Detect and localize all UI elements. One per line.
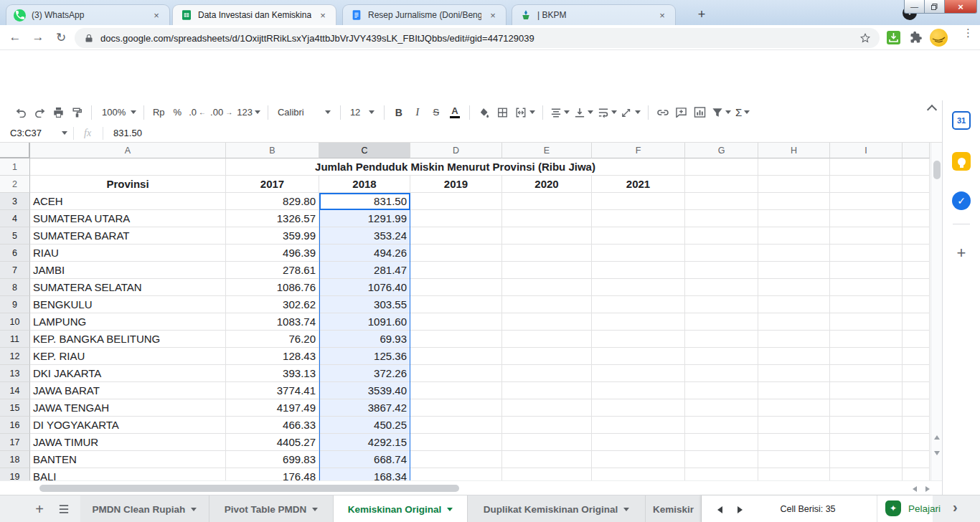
- cell-A17[interactable]: JAWA TIMUR: [30, 434, 226, 451]
- cell-A7[interactable]: JAMBI: [30, 262, 226, 279]
- cell-D8[interactable]: [410, 279, 502, 296]
- horizontal-scrollbar[interactable]: [0, 480, 942, 495]
- add-addon-button[interactable]: +: [952, 244, 971, 262]
- text-color-button[interactable]: A: [446, 103, 464, 122]
- cell-A12[interactable]: KEP. RIAU: [30, 348, 226, 365]
- cell-partial8[interactable]: [903, 279, 930, 296]
- cell-H9[interactable]: [758, 296, 830, 313]
- sheet-tab-pmdn-clean-rupiah[interactable]: PMDN Clean Rupiah: [80, 495, 209, 522]
- row-header-10[interactable]: 10: [0, 313, 30, 331]
- insert-comment-button[interactable]: [672, 103, 691, 122]
- strikethrough-button[interactable]: S: [427, 103, 446, 122]
- cell-C3[interactable]: 831.50: [319, 193, 410, 210]
- cell-F11[interactable]: [592, 331, 685, 348]
- cell-G2[interactable]: [685, 176, 758, 193]
- cell-E15[interactable]: [502, 399, 592, 417]
- cell-E12[interactable]: [502, 348, 592, 365]
- font-select[interactable]: Calibri: [273, 103, 335, 122]
- cell-partial16[interactable]: [903, 417, 930, 434]
- cell-C2[interactable]: 2018: [319, 176, 410, 193]
- sheet-tab-menu-icon[interactable]: [312, 508, 318, 511]
- cell-I19[interactable]: [830, 468, 903, 480]
- redo-button[interactable]: [30, 103, 49, 122]
- cell-B13[interactable]: 393.13: [226, 365, 319, 382]
- cell-G10[interactable]: [685, 313, 758, 331]
- cell-B12[interactable]: 128.43: [226, 348, 319, 365]
- cell-E6[interactable]: [502, 245, 592, 262]
- cell-B17[interactable]: 4405.27: [226, 434, 319, 451]
- cell-H14[interactable]: [758, 382, 830, 399]
- cell-H3[interactable]: [758, 193, 830, 210]
- cell-I3[interactable]: [830, 193, 903, 210]
- cell-D5[interactable]: [410, 227, 502, 245]
- cell-E3[interactable]: [502, 193, 592, 210]
- cell-partial6[interactable]: [903, 245, 930, 262]
- format-percent-button[interactable]: %: [168, 103, 187, 122]
- cell-A4[interactable]: SUMATERA UTARA: [30, 210, 226, 227]
- row-header-12[interactable]: 12: [0, 348, 30, 365]
- row-header-13[interactable]: 13: [0, 365, 30, 382]
- cell-B3[interactable]: 829.80: [226, 193, 319, 210]
- add-sheet-button[interactable]: +: [32, 501, 47, 517]
- cell-E16[interactable]: [502, 417, 592, 434]
- cell-G18[interactable]: [685, 451, 758, 468]
- cell-G13[interactable]: [685, 365, 758, 382]
- cell-partial12[interactable]: [903, 348, 930, 365]
- col-header-partial[interactable]: [903, 143, 930, 158]
- cell-partial17[interactable]: [903, 434, 930, 451]
- font-size-select[interactable]: 12: [346, 103, 379, 122]
- sheet-tab-kemiskir[interactable]: Kemiskir: [646, 495, 702, 522]
- cell-C16[interactable]: 450.25: [319, 417, 410, 434]
- cell-A16[interactable]: DI YOGYAKARTA: [30, 417, 226, 434]
- cell-D18[interactable]: [410, 451, 502, 468]
- cell-H11[interactable]: [758, 331, 830, 348]
- cell-B4[interactable]: 1326.57: [226, 210, 319, 227]
- cell-G12[interactable]: [685, 348, 758, 365]
- cell-H8[interactable]: [758, 279, 830, 296]
- cell-D19[interactable]: [410, 468, 502, 480]
- cell-A3[interactable]: ACEH: [30, 193, 226, 210]
- cell-F3[interactable]: [592, 193, 685, 210]
- row-header-8[interactable]: 8: [0, 279, 30, 296]
- more-formats-button[interactable]: 123: [235, 103, 263, 122]
- selection-stats[interactable]: Cell Berisi: 35: [753, 504, 862, 514]
- cell-C10[interactable]: 1091.60: [319, 313, 410, 331]
- col-header-H[interactable]: H: [758, 143, 830, 158]
- address-bar[interactable]: docs.google.com/spreadsheets/d/1OxijttRR…: [75, 28, 880, 48]
- cell-partial1[interactable]: [903, 158, 930, 176]
- cell-B9[interactable]: 302.62: [226, 296, 319, 313]
- cell-I9[interactable]: [830, 296, 903, 313]
- cell-H5[interactable]: [758, 227, 830, 245]
- cell-G1[interactable]: [685, 158, 758, 176]
- cell-G17[interactable]: [685, 434, 758, 451]
- cell-D15[interactable]: [410, 399, 502, 417]
- all-sheets-button[interactable]: [56, 501, 72, 517]
- increase-decimal-button[interactable]: .00→: [208, 103, 235, 122]
- select-all-corner[interactable]: [0, 143, 30, 158]
- cell-H4[interactable]: [758, 210, 830, 227]
- vertical-align-button[interactable]: [572, 103, 595, 122]
- italic-button[interactable]: I: [408, 103, 427, 122]
- cell-F16[interactable]: [592, 417, 685, 434]
- cell-C19[interactable]: 168.34: [319, 468, 410, 480]
- col-header-C[interactable]: C: [319, 143, 410, 158]
- cell-G6[interactable]: [685, 245, 758, 262]
- cell-B7[interactable]: 278.61: [226, 262, 319, 279]
- close-tab-icon[interactable]: ×: [317, 10, 329, 21]
- cell-D7[interactable]: [410, 262, 502, 279]
- row-header-19[interactable]: 19: [0, 468, 30, 480]
- cell-G7[interactable]: [685, 262, 758, 279]
- cell-G19[interactable]: [685, 468, 758, 480]
- merge-cells-button[interactable]: [512, 103, 537, 122]
- cell-partial3[interactable]: [903, 193, 930, 210]
- cell-I16[interactable]: [830, 417, 903, 434]
- vertical-scrollbar[interactable]: [930, 143, 942, 480]
- row-header-16[interactable]: 16: [0, 417, 30, 434]
- cell-A18[interactable]: BANTEN: [30, 451, 226, 468]
- cell-A1[interactable]: [30, 158, 226, 176]
- cell-E17[interactable]: [502, 434, 592, 451]
- cell-F10[interactable]: [592, 313, 685, 331]
- cell-A19[interactable]: BALI: [30, 468, 226, 480]
- cell-D13[interactable]: [410, 365, 502, 382]
- cell-E14[interactable]: [502, 382, 592, 399]
